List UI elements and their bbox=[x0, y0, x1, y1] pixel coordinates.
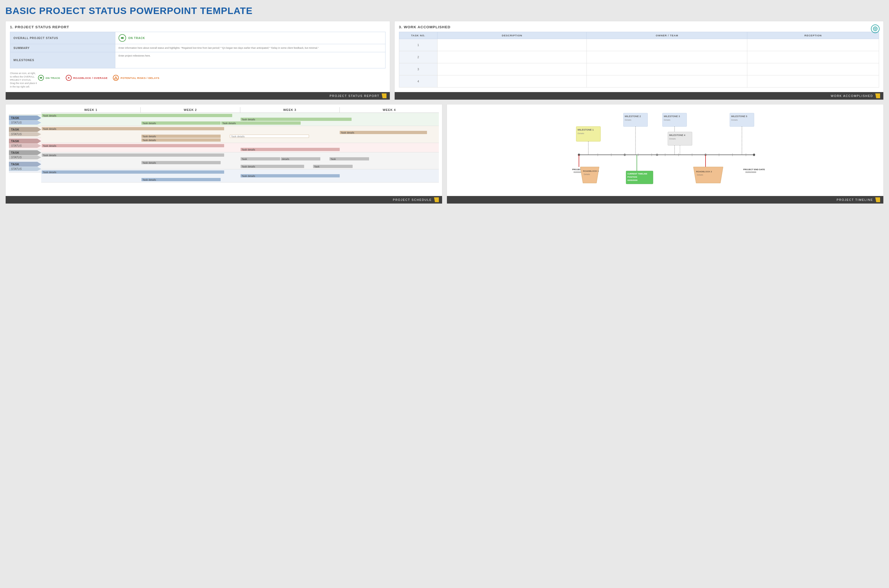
svg-text:00/0000: 00/0000 bbox=[573, 171, 581, 173]
svg-text:Details: Details bbox=[625, 119, 631, 121]
milestones-label: MILESTONES bbox=[10, 52, 115, 68]
task2-label: TASK bbox=[9, 127, 41, 132]
work-row-4: 4 bbox=[399, 75, 879, 87]
legend-intro: Choose an icon, at right, to reflect the… bbox=[10, 72, 37, 88]
task5-bar1: Task details bbox=[42, 170, 224, 174]
panel1-title: 1. PROJECT STATUS REPORT bbox=[10, 25, 385, 29]
task2-bar1: Task details bbox=[42, 127, 224, 130]
svg-text:Details: Details bbox=[669, 138, 675, 140]
triangle-warning-icon: ! bbox=[114, 76, 117, 80]
task1-label: TASK bbox=[9, 116, 41, 120]
x-circle-icon bbox=[67, 76, 70, 80]
task1-status: STATUS bbox=[9, 121, 41, 124]
on-track-badge: ON TRACK bbox=[119, 34, 382, 42]
legend-roadblock: ROADBLOCK / OVERAGE bbox=[66, 75, 108, 81]
on-track-text: ON TRACK bbox=[128, 37, 145, 40]
milestones-content: Enter project milestones here. bbox=[115, 52, 385, 68]
work-desc-3 bbox=[438, 63, 587, 75]
work-row-2: 2 bbox=[399, 51, 879, 63]
task5-bar3: Task details bbox=[141, 178, 221, 181]
task1-bar3b: Task details bbox=[221, 122, 300, 124]
work-reception-1 bbox=[747, 39, 879, 51]
svg-point-8 bbox=[875, 28, 875, 29]
timeline-svg: MILESTONE 1 Details MILESTONE 2 Details … bbox=[451, 110, 879, 191]
task4-bar1: Task details bbox=[42, 153, 224, 157]
arrow-right-small-icon bbox=[39, 76, 42, 80]
panel3-title: 3. WORK ACCOMPLISHED bbox=[399, 25, 879, 29]
svg-text:CURRENT TIMELINE: CURRENT TIMELINE bbox=[627, 172, 647, 175]
task1-bar3a: Task details bbox=[141, 122, 221, 124]
task-group-4: TASK STATUS bbox=[9, 149, 41, 161]
work-reception-3 bbox=[747, 63, 879, 75]
gantt-bars: WEEK 1 WEEK 2 WEEK 3 WEEK 4 Task details… bbox=[41, 107, 439, 183]
panel1-footer-text: PROJECT STATUS REPORT bbox=[330, 94, 379, 98]
panel1-footer-accent bbox=[382, 93, 387, 98]
legend-risks-label: POTENTIAL RISKS / DELAYS bbox=[120, 76, 159, 80]
status-row-overall: OVERALL PROJECT STATUS ON TRACK bbox=[10, 32, 385, 44]
work-row-3: 3 bbox=[399, 63, 879, 75]
task4-bar4a: Task details bbox=[241, 165, 304, 168]
task3-bar1: Task details bbox=[42, 144, 224, 147]
task3-label: TASK bbox=[9, 139, 41, 144]
task4-status: STATUS bbox=[9, 155, 41, 159]
overall-label: OVERALL PROJECT STATUS bbox=[10, 32, 115, 44]
task-group-2: TASK STATUS bbox=[9, 126, 41, 138]
svg-text:00/00/0000: 00/00/0000 bbox=[745, 171, 757, 173]
work-num-1: 1 bbox=[399, 39, 438, 51]
panel2-footer: PROJECT SCHEDULE bbox=[6, 196, 442, 204]
work-table: TASK NO. DESCRIPTION OWNER / TEAM RECEPT… bbox=[399, 32, 879, 87]
legend-risks: ! POTENTIAL RISKS / DELAYS bbox=[113, 75, 159, 81]
work-row-1: 1 bbox=[399, 39, 879, 51]
task4-bar2b: details bbox=[281, 157, 320, 160]
panel-project-schedule: TASK STATUS TASK STATUS TASK STATUS bbox=[5, 104, 442, 204]
svg-text:POSITION: POSITION bbox=[627, 176, 637, 178]
svg-text:MILESTONE 4: MILESTONE 4 bbox=[669, 134, 685, 136]
col-owner: OWNER / TEAM bbox=[587, 32, 747, 39]
task-group-1: TASK STATUS bbox=[9, 115, 41, 126]
svg-text:ROADBLOCK 2: ROADBLOCK 2 bbox=[696, 170, 712, 173]
svg-text:Details: Details bbox=[664, 119, 670, 121]
task5-bars: Task details Task details Task details bbox=[41, 170, 439, 183]
svg-marker-0 bbox=[121, 37, 124, 39]
panel2-footer-text: PROJECT SCHEDULE bbox=[393, 198, 432, 201]
task4-label: TASK bbox=[9, 150, 41, 155]
status-row-milestones: MILESTONES Enter project milestones here… bbox=[10, 52, 385, 68]
week4-header: WEEK 4 bbox=[340, 107, 439, 112]
target-svg bbox=[872, 26, 878, 32]
arrow-right-icon bbox=[120, 36, 124, 40]
work-reception-4 bbox=[747, 75, 879, 87]
overall-status-cell: ON TRACK bbox=[115, 32, 385, 44]
page-title: BASIC PROJECT STATUS POWERPOINT TEMPLATE bbox=[5, 5, 884, 16]
work-owner-3 bbox=[587, 63, 747, 75]
on-track-icon bbox=[119, 34, 126, 42]
col-task-no: TASK NO. bbox=[399, 32, 438, 39]
svg-text:MILESTONE 1: MILESTONE 1 bbox=[578, 128, 594, 131]
on-track-legend-icon bbox=[38, 75, 44, 81]
svg-text:Details: Details bbox=[731, 119, 738, 121]
task2-status: STATUS bbox=[9, 132, 41, 136]
task4-bar3: Task details bbox=[141, 161, 221, 164]
panel4-footer-accent bbox=[875, 197, 880, 202]
svg-text:Details: Details bbox=[697, 174, 703, 176]
legend-on-track: ON TRACK bbox=[38, 75, 60, 81]
svg-text:PROJECT END DATE: PROJECT END DATE bbox=[743, 168, 765, 171]
svg-text:Details: Details bbox=[578, 132, 584, 135]
week1-header: WEEK 1 bbox=[41, 107, 141, 112]
task2-bars: Task details Task details Task details T… bbox=[41, 126, 439, 143]
task4-bar4b: Task bbox=[313, 165, 353, 168]
target-icon bbox=[871, 24, 880, 33]
work-reception-2 bbox=[747, 51, 879, 63]
task3-status: STATUS bbox=[9, 144, 41, 148]
task1-bar2: Task details bbox=[241, 118, 352, 121]
work-desc-4 bbox=[438, 75, 587, 87]
legend-roadblock-label: ROADBLOCK / OVERAGE bbox=[73, 76, 108, 80]
svg-text:MILESTONE 2: MILESTONE 2 bbox=[625, 115, 641, 118]
panel-project-timeline: MILESTONE 1 Details MILESTONE 2 Details … bbox=[447, 104, 884, 204]
work-desc-1 bbox=[438, 39, 587, 51]
work-num-4: 4 bbox=[399, 75, 438, 87]
panel3-footer: WORK ACCOMPLISHED bbox=[395, 92, 883, 100]
svg-text:ROADBLOCK 1: ROADBLOCK 1 bbox=[583, 170, 599, 172]
panel1-footer: PROJECT STATUS REPORT bbox=[6, 92, 390, 100]
work-desc-2 bbox=[438, 51, 587, 63]
work-owner-1 bbox=[587, 39, 747, 51]
